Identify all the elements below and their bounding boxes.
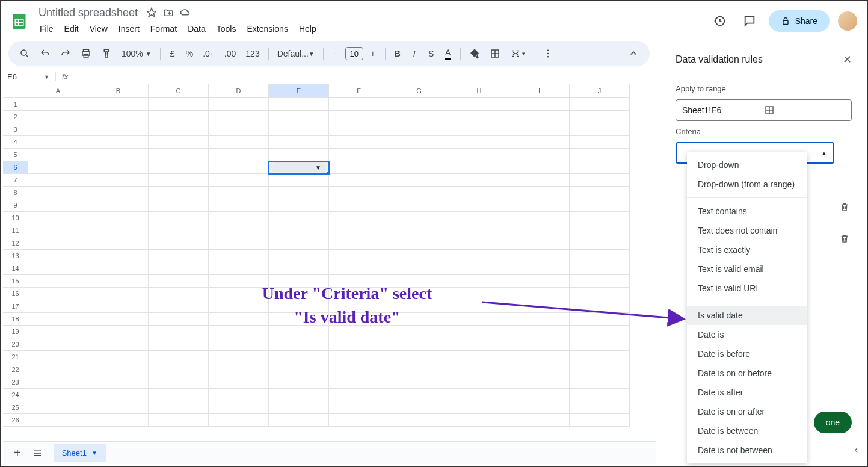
cell[interactable] bbox=[209, 351, 269, 363]
criteria-option[interactable]: Date is after bbox=[687, 383, 807, 402]
cell[interactable] bbox=[389, 338, 449, 351]
cell[interactable] bbox=[570, 224, 630, 237]
cell[interactable] bbox=[209, 174, 269, 187]
cell[interactable] bbox=[149, 363, 209, 376]
cell[interactable] bbox=[269, 199, 329, 212]
cell[interactable] bbox=[329, 149, 389, 161]
cell[interactable] bbox=[269, 414, 329, 427]
text-color-button[interactable]: A bbox=[441, 45, 455, 62]
row-header[interactable]: 23 bbox=[3, 376, 28, 389]
cell[interactable] bbox=[389, 136, 449, 149]
cell[interactable] bbox=[329, 111, 389, 123]
cell[interactable] bbox=[570, 161, 630, 174]
cell[interactable] bbox=[149, 98, 209, 111]
cell[interactable] bbox=[509, 376, 570, 389]
criteria-option[interactable]: Date is on or after bbox=[687, 402, 807, 421]
cell[interactable] bbox=[449, 123, 509, 136]
cell[interactable] bbox=[28, 136, 88, 149]
row-header[interactable]: 3 bbox=[3, 123, 28, 136]
cell[interactable] bbox=[209, 136, 269, 149]
criteria-option[interactable]: Is valid date bbox=[687, 306, 807, 325]
criteria-option[interactable]: Drop-down (from a range) bbox=[687, 175, 807, 194]
cell[interactable] bbox=[570, 149, 630, 161]
cell[interactable] bbox=[509, 136, 570, 149]
criteria-option[interactable]: Date is on or before bbox=[687, 363, 807, 383]
cell[interactable] bbox=[28, 199, 88, 212]
row-header[interactable]: 21 bbox=[3, 351, 28, 363]
cell[interactable] bbox=[149, 351, 209, 363]
row-header[interactable]: 11 bbox=[3, 224, 28, 237]
cell[interactable] bbox=[88, 389, 149, 401]
cell[interactable] bbox=[570, 376, 630, 389]
add-sheet-icon[interactable]: + bbox=[14, 446, 21, 460]
cell[interactable] bbox=[389, 224, 449, 237]
font-size-input[interactable]: 10 bbox=[345, 47, 363, 60]
increase-font-icon[interactable]: + bbox=[366, 45, 380, 62]
cell[interactable] bbox=[570, 250, 630, 262]
cell[interactable] bbox=[28, 98, 88, 111]
criteria-option[interactable]: Date is bbox=[687, 325, 807, 344]
column-header[interactable]: B bbox=[88, 84, 149, 98]
cell[interactable] bbox=[88, 111, 149, 123]
cell[interactable] bbox=[389, 401, 449, 414]
side-panel-toggle-icon[interactable] bbox=[848, 442, 865, 459]
cell[interactable] bbox=[209, 212, 269, 224]
cell[interactable] bbox=[28, 414, 88, 427]
cell[interactable] bbox=[509, 224, 570, 237]
cell[interactable] bbox=[509, 414, 570, 427]
cell[interactable] bbox=[570, 338, 630, 351]
decrease-decimal-icon[interactable]: .0← bbox=[199, 45, 218, 62]
row-header[interactable]: 12 bbox=[3, 237, 28, 250]
cell[interactable] bbox=[329, 338, 389, 351]
row-header[interactable]: 9 bbox=[3, 199, 28, 212]
row-header[interactable]: 4 bbox=[3, 136, 28, 149]
row-header[interactable]: 26 bbox=[3, 414, 28, 427]
cell[interactable] bbox=[209, 149, 269, 161]
cell[interactable] bbox=[389, 326, 449, 338]
italic-button[interactable]: I bbox=[407, 45, 422, 62]
cell[interactable] bbox=[329, 174, 389, 187]
cell[interactable] bbox=[28, 224, 88, 237]
cell[interactable] bbox=[570, 174, 630, 187]
cell[interactable] bbox=[449, 351, 509, 363]
cell[interactable] bbox=[570, 275, 630, 288]
cell[interactable] bbox=[570, 401, 630, 414]
cell[interactable] bbox=[329, 363, 389, 376]
cell[interactable] bbox=[149, 401, 209, 414]
cell[interactable] bbox=[88, 414, 149, 427]
cell[interactable] bbox=[28, 161, 88, 174]
cell[interactable] bbox=[389, 313, 449, 326]
cell[interactable] bbox=[389, 250, 449, 262]
column-header[interactable]: I bbox=[509, 84, 570, 98]
cell[interactable] bbox=[88, 161, 149, 174]
cell[interactable] bbox=[149, 199, 209, 212]
row-header[interactable]: 19 bbox=[3, 326, 28, 338]
cell[interactable] bbox=[509, 262, 570, 275]
menu-insert[interactable]: Insert bbox=[114, 22, 144, 36]
cell[interactable] bbox=[509, 338, 570, 351]
row-header[interactable]: 25 bbox=[3, 401, 28, 414]
cell[interactable] bbox=[209, 250, 269, 262]
cell[interactable] bbox=[269, 363, 329, 376]
cell[interactable] bbox=[88, 199, 149, 212]
delete-rule-icon[interactable] bbox=[837, 200, 852, 214]
cell[interactable] bbox=[269, 149, 329, 161]
cell[interactable] bbox=[449, 187, 509, 199]
cell[interactable] bbox=[209, 389, 269, 401]
cell[interactable] bbox=[329, 326, 389, 338]
cell[interactable] bbox=[209, 262, 269, 275]
cell[interactable] bbox=[509, 351, 570, 363]
move-icon[interactable] bbox=[163, 7, 174, 18]
cell[interactable] bbox=[28, 363, 88, 376]
cell[interactable] bbox=[209, 300, 269, 313]
cell[interactable] bbox=[269, 98, 329, 111]
row-header[interactable]: 7 bbox=[3, 174, 28, 187]
cell[interactable] bbox=[28, 313, 88, 326]
cell[interactable] bbox=[509, 123, 570, 136]
all-sheets-icon[interactable] bbox=[32, 448, 43, 459]
history-icon[interactable] bbox=[709, 10, 730, 32]
merge-button[interactable]: ▾ bbox=[506, 45, 529, 62]
cell[interactable] bbox=[88, 275, 149, 288]
cell[interactable] bbox=[389, 262, 449, 275]
cell[interactable] bbox=[209, 363, 269, 376]
